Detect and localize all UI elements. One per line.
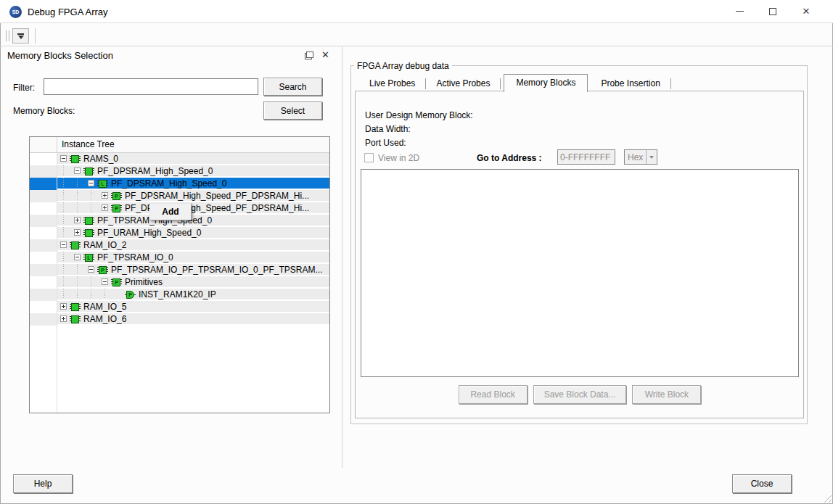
tree-gutter-cell — [30, 165, 57, 178]
tree-header-row: Instance Tree — [30, 137, 329, 153]
dock-close-icon[interactable]: ✕ — [321, 49, 329, 60]
tree-row[interactable]: PF_URAM_High_Speed_0 — [57, 227, 329, 239]
tree-row[interactable]: RAM_IO_5 — [57, 301, 329, 313]
tree-row[interactable]: PPF_TPSRAM_IO_PF_TPSRAM_IO_0_PF_TPSRAM..… — [57, 264, 329, 276]
collapse-icon[interactable] — [88, 266, 94, 273]
memory-data-area[interactable] — [361, 169, 799, 377]
tree-item-label[interactable]: PF_URAM_High_Speed_0 — [97, 228, 201, 238]
tree-guide-line — [63, 264, 64, 275]
tab-live-probes[interactable]: Live Probes — [359, 76, 425, 91]
filter-label: Filter: — [13, 83, 35, 93]
chip-icon — [70, 154, 81, 163]
chevron-down-icon — [646, 150, 657, 164]
maximize-button[interactable] — [756, 0, 789, 22]
gate-p-icon: P — [125, 290, 136, 299]
expand-icon[interactable] — [60, 315, 67, 322]
tree-item-label[interactable]: RAM_IO_2 — [83, 240, 126, 250]
collapse-icon[interactable] — [88, 180, 94, 186]
context-menu: Add — [149, 203, 192, 220]
tree-gutter-cell — [30, 289, 57, 301]
tree-guide-line — [104, 289, 105, 299]
filter-input[interactable] — [44, 78, 258, 95]
tree-row[interactable]: RAMS_0 — [57, 153, 329, 165]
search-button[interactable]: Search — [263, 78, 322, 96]
tab-active-probes[interactable]: Active Probes — [426, 76, 500, 91]
dock-float-icon[interactable] — [305, 51, 313, 59]
chip-p-icon: P — [111, 278, 122, 286]
tree-item-label[interactable]: Primitives — [125, 277, 163, 287]
filter-icon-arrow — [18, 36, 24, 39]
tree-guide-line — [77, 264, 78, 275]
filter-icon — [17, 33, 24, 35]
tree-row[interactable]: LPF_TPSRAM_IO_0 — [57, 252, 329, 264]
tree-gutter-cell — [30, 153, 57, 165]
radix-combobox[interactable]: Hex — [624, 149, 657, 165]
tree-row[interactable]: PPF_DPSRAM_High_Speed_PF_DPSRAM_Hi... — [57, 202, 329, 215]
close-window-button[interactable]: ✕ — [789, 0, 823, 22]
view-in-2d-label: View in 2D — [378, 153, 419, 163]
debug-fpga-array-window: { "window": { "title": "Debug FPGA Array… — [0, 0, 833, 504]
user-design-memory-block-label: User Design Memory Block: — [365, 110, 473, 120]
toolbar-drag-handle[interactable] — [6, 30, 9, 41]
tree-row[interactable]: PPF_DPSRAM_High_Speed_PF_DPSRAM_Hi... — [57, 190, 329, 202]
port-used-label: Port Used: — [365, 138, 406, 148]
tree-row[interactable]: PINST_RAM1K20_IP — [57, 289, 329, 301]
select-button[interactable]: Select — [263, 102, 322, 120]
tree-item-label[interactable]: PF_TPSRAM_IO_PF_TPSRAM_IO_0_PF_TPSRAM... — [111, 265, 322, 275]
tree-row[interactable]: PPrimitives — [57, 276, 329, 289]
collapse-icon[interactable] — [74, 254, 81, 260]
help-button[interactable]: Help — [13, 474, 73, 493]
expand-icon[interactable] — [102, 205, 108, 211]
view-in-2d-checkbox[interactable] — [364, 153, 374, 162]
tree-gutter-cell — [30, 239, 57, 252]
expand-icon[interactable] — [102, 192, 108, 199]
collapse-icon[interactable] — [60, 241, 67, 248]
tree-row[interactable]: PF_TPSRAM_High_Speed_0 — [57, 215, 329, 227]
groupbox-legend: FPGA Array debug data — [354, 61, 452, 71]
tree-guide-line — [77, 190, 78, 201]
dock-splitter[interactable] — [342, 46, 342, 468]
tree-row[interactable]: LPF_DPSRAM_High_Speed_0 — [57, 178, 329, 190]
tree-column-header[interactable]: Instance Tree — [57, 137, 329, 152]
tree-item-label[interactable]: RAM_IO_6 — [83, 314, 126, 324]
tree-item-label[interactable]: PF_DPSRAM_High_Speed_PF_DPSRAM_Hi... — [125, 191, 309, 201]
close-button[interactable]: Close — [732, 474, 792, 493]
context-menu-item-add[interactable]: Add — [162, 207, 178, 217]
toolbar-filter-button[interactable] — [12, 28, 29, 44]
tree-row[interactable]: PF_DPSRAM_High_Speed_0 — [57, 165, 329, 178]
memory-blocks-label: Memory Blocks: — [13, 106, 75, 116]
data-width-label: Data Width: — [365, 124, 411, 134]
tree-item-label[interactable]: PF_TPSRAM_IO_0 — [97, 252, 173, 263]
tree-row[interactable]: RAM_IO_2 — [57, 239, 329, 252]
collapse-icon[interactable] — [60, 155, 67, 162]
toolbar-bottom-line — [0, 46, 833, 46]
chip-icon — [83, 228, 94, 237]
collapse-icon[interactable] — [74, 168, 81, 174]
tab-memory-blocks[interactable]: Memory Blocks — [504, 74, 588, 92]
write-block-button[interactable]: Write Block — [632, 385, 701, 404]
collapse-icon[interactable] — [102, 278, 108, 285]
expand-icon[interactable] — [60, 303, 67, 310]
tree-item-label[interactable]: PF_DPSRAM_High_Speed_0 — [97, 166, 213, 176]
expand-icon[interactable] — [74, 229, 81, 236]
tab-probe-insertion[interactable]: Probe Insertion — [591, 76, 670, 91]
tree-item-label[interactable]: RAM_IO_5 — [83, 302, 126, 312]
resize-grip[interactable] — [822, 493, 832, 503]
read-block-button[interactable]: Read Block — [459, 385, 528, 404]
tree-guide-line — [91, 202, 91, 213]
tree-item-label[interactable]: PF_DPSRAM_High_Speed_0 — [111, 178, 226, 189]
expand-icon[interactable] — [74, 217, 81, 223]
maximize-icon — [769, 8, 776, 15]
chip-p-icon: P — [97, 265, 108, 274]
smartdebug-app-icon: SD — [9, 6, 22, 18]
tree-row[interactable]: RAM_IO_6 — [57, 313, 329, 326]
tree-gutter-cell — [30, 301, 57, 313]
tree-guide-line — [77, 202, 78, 213]
save-block-data-button[interactable]: Save Block Data... — [533, 385, 627, 404]
tree-item-label[interactable]: RAMS_0 — [83, 154, 118, 164]
goto-address-input[interactable] — [557, 149, 615, 165]
tree-item-label[interactable]: INST_RAM1K20_IP — [139, 289, 216, 299]
tree-guide-line — [77, 289, 78, 299]
minimize-button[interactable] — [723, 0, 756, 22]
tree-guide-line — [91, 190, 91, 201]
